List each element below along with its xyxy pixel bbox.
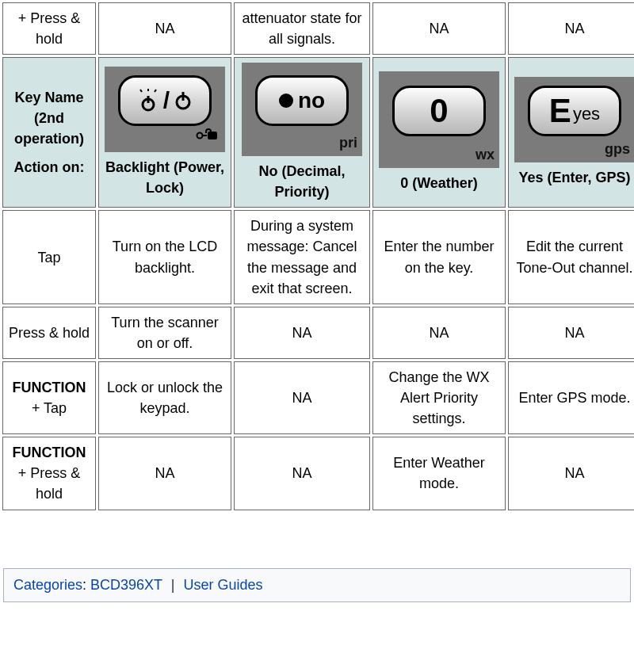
- keyname-header: Key Name (2nd operation) Action on:: [2, 57, 96, 208]
- header-text: Key Name (2nd operation): [6, 87, 92, 149]
- svg-point-8: [197, 133, 203, 139]
- cell: NA: [508, 2, 634, 55]
- cell: NA: [98, 437, 231, 510]
- label-suffix: + Press & hold: [18, 465, 81, 502]
- key-sub-text: pri: [339, 132, 357, 153]
- no-key-icon: no pri: [242, 63, 362, 156]
- svg-rect-7: [208, 132, 217, 139]
- key-operations-table: + Press & hold NA attenuator state for a…: [0, 0, 634, 513]
- cell: Turn the scanner on or off.: [98, 307, 231, 359]
- backlight-key-icon: /: [105, 67, 225, 152]
- function-prefix: FUNCTION: [13, 445, 86, 460]
- table-row: Press & hold Turn the scanner on or off.…: [2, 307, 634, 359]
- eyes-key-icon: Eyes gps: [514, 77, 634, 162]
- cell: Enter the number on the key.: [372, 210, 506, 304]
- key-caption: 0 (Weather): [400, 173, 478, 193]
- key-sub-text: wx: [476, 144, 495, 165]
- key-main-text: 0: [430, 94, 448, 128]
- action-label: Tap: [2, 210, 96, 304]
- table-row: Tap Turn on the LCD backlight. During a …: [2, 210, 634, 304]
- category-link[interactable]: User Guides: [184, 577, 263, 593]
- cell: NA: [234, 361, 370, 434]
- key-main-text: yes: [573, 105, 600, 123]
- action-label: + Press & hold: [2, 2, 96, 55]
- key-header-row: Key Name (2nd operation) Action on:: [2, 57, 634, 208]
- cell: NA: [372, 2, 506, 55]
- key-caption: Yes (Enter, GPS): [518, 167, 630, 188]
- cell: Lock or unlock the keypad.: [98, 361, 231, 434]
- categories-link[interactable]: Categories: [13, 577, 82, 593]
- cell: Turn on the LCD backlight.: [98, 210, 231, 304]
- lock-icon: [195, 127, 219, 147]
- key-no-header: no pri No (Decimal, Priority): [234, 57, 370, 208]
- cell: NA: [234, 307, 370, 359]
- cell: Enter Weather mode.: [372, 437, 506, 510]
- table-row: + Press & hold NA attenuator state for a…: [2, 2, 634, 55]
- cell: NA: [508, 437, 634, 510]
- colon: :: [82, 577, 90, 593]
- categories-box: Categories: BCD396XT | User Guides: [3, 568, 631, 602]
- cell: NA: [98, 2, 231, 55]
- function-prefix: FUNCTION: [13, 380, 86, 395]
- action-label: FUNCTION + Press & hold: [2, 437, 96, 510]
- action-on-text: Action on:: [6, 157, 92, 178]
- cell: NA: [372, 307, 506, 359]
- key-sub-text: gps: [605, 139, 630, 159]
- key-caption: Backlight (Power, Lock): [102, 157, 227, 198]
- key-main-text: no: [298, 90, 325, 112]
- category-link[interactable]: BCD396XT: [90, 577, 162, 593]
- svg-line-2: [140, 90, 142, 92]
- cell: attenuator state for all signals.: [234, 2, 370, 55]
- separator: |: [171, 577, 175, 593]
- action-label: FUNCTION + Tap: [2, 361, 96, 434]
- key-caption: No (Decimal, Priority): [238, 161, 366, 202]
- cell: NA: [234, 437, 370, 510]
- cell: During a system message: Cancel the mess…: [234, 210, 370, 304]
- table-row: FUNCTION + Tap Lock or unlock the keypad…: [2, 361, 634, 434]
- svg-line-4: [155, 90, 156, 92]
- zero-key-icon: 0 wx: [379, 71, 499, 168]
- action-label: Press & hold: [2, 307, 96, 359]
- key-backlight-header: /: [98, 57, 231, 208]
- cell: NA: [508, 307, 634, 359]
- table-row: FUNCTION + Press & hold NA NA Enter Weat…: [2, 437, 634, 510]
- key-zero-header: 0 wx 0 (Weather): [372, 57, 506, 208]
- dot-icon: [279, 94, 293, 108]
- cell: Edit the current Tone-Out channel.: [508, 210, 634, 304]
- label-suffix: + Tap: [32, 400, 67, 416]
- cell: Change the WX Alert Priority settings.: [372, 361, 506, 434]
- cell: Enter GPS mode.: [508, 361, 634, 434]
- key-eyes-header: Eyes gps Yes (Enter, GPS): [508, 57, 634, 208]
